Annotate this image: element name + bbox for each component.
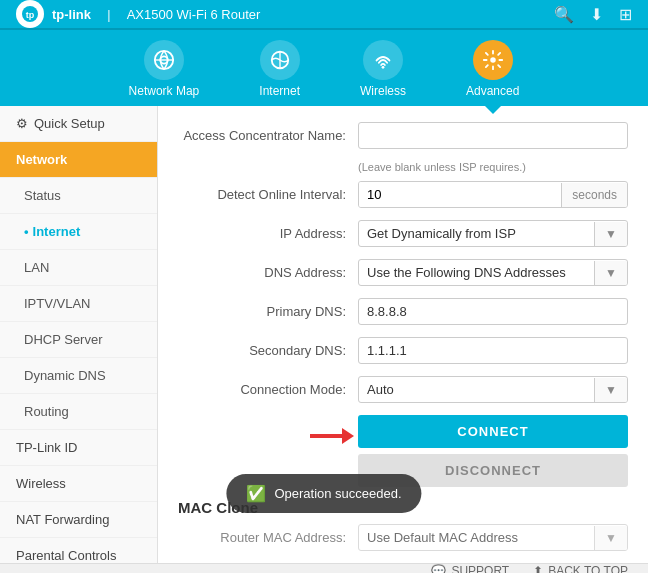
sidebar-item-lan[interactable]: LAN <box>0 250 157 286</box>
detect-interval-wrap: seconds <box>358 181 628 208</box>
router-mac-control: Use Default MAC Address ▼ <box>358 524 628 551</box>
internet-icon <box>260 40 300 80</box>
sidebar-item-routing[interactable]: Routing <box>0 394 157 430</box>
back-to-top-link[interactable]: ⬆ BACK TO TOP <box>533 564 628 573</box>
sidebar-item-tp-link-id[interactable]: TP-Link ID <box>0 430 157 466</box>
sidebar-item-internet[interactable]: •Internet <box>0 214 157 250</box>
primary-dns-control <box>358 298 628 325</box>
dns-address-value: Use the Following DNS Addresses <box>359 260 594 285</box>
connection-mode-row: Connection Mode: Auto ▼ <box>178 376 628 403</box>
sidebar-item-quick-setup[interactable]: ⚙ Quick Setup <box>0 106 157 142</box>
gear-icon: ⚙ <box>16 116 28 131</box>
tp-link-logo: tp <box>16 0 44 28</box>
sidebar-item-dynamic-dns[interactable]: Dynamic DNS <box>0 358 157 394</box>
primary-dns-label: Primary DNS: <box>178 304 358 319</box>
back-to-top-label: BACK TO TOP <box>548 564 628 573</box>
detect-interval-control: seconds <box>358 181 628 208</box>
svg-text:tp: tp <box>26 10 35 20</box>
svg-point-7 <box>382 66 385 69</box>
svg-point-8 <box>490 57 496 63</box>
toast-message: Operation succeeded. <box>274 486 401 501</box>
secondary-dns-input[interactable] <box>358 337 628 364</box>
sidebar-item-network[interactable]: Network <box>0 142 157 178</box>
secondary-dns-control <box>358 337 628 364</box>
sidebar-item-nat-forwarding[interactable]: NAT Forwarding <box>0 502 157 538</box>
connection-mode-label: Connection Mode: <box>178 382 358 397</box>
toast-notification: ✅ Operation succeeded. <box>226 474 421 513</box>
connection-mode-control: Auto ▼ <box>358 376 628 403</box>
detect-interval-label: Detect Online Interval: <box>178 187 358 202</box>
footer: 💬 SUPPORT ⬆ BACK TO TOP <box>0 563 648 573</box>
connection-mode-arrow[interactable]: ▼ <box>594 378 627 402</box>
tab-wireless-label: Wireless <box>360 84 406 98</box>
support-label: SUPPORT <box>451 564 509 573</box>
nav-tabs: Network Map Internet Wireless Advanced <box>0 30 648 106</box>
ip-address-label: IP Address: <box>178 226 358 241</box>
advanced-icon <box>473 40 513 80</box>
router-mac-row: Router MAC Address: Use Default MAC Addr… <box>178 524 628 551</box>
svg-marker-10 <box>342 428 354 444</box>
connection-mode-value: Auto <box>359 377 594 402</box>
tab-network-map[interactable]: Network Map <box>99 30 230 106</box>
primary-dns-row: Primary DNS: <box>178 298 628 325</box>
dns-address-arrow[interactable]: ▼ <box>594 261 627 285</box>
header-icons: 🔍 ⬇ ⊞ <box>554 5 632 24</box>
router-mac-value: Use Default MAC Address <box>359 525 594 550</box>
sidebar-item-status[interactable]: Status <box>0 178 157 214</box>
detect-interval-input[interactable] <box>359 182 561 207</box>
tab-advanced-label: Advanced <box>466 84 519 98</box>
secondary-dns-label: Secondary DNS: <box>178 343 358 358</box>
router-mac-arrow[interactable]: ▼ <box>594 526 627 550</box>
product-name: AX1500 Wi-Fi 6 Router <box>127 7 261 22</box>
ip-address-value: Get Dynamically from ISP <box>359 221 594 246</box>
red-arrow-icon <box>310 425 354 447</box>
grid-icon[interactable]: ⊞ <box>619 5 632 24</box>
header-divider: | <box>107 7 111 22</box>
network-map-icon <box>144 40 184 80</box>
ip-address-row: IP Address: Get Dynamically from ISP ▼ <box>178 220 628 247</box>
support-link[interactable]: 💬 SUPPORT <box>431 564 509 573</box>
ip-address-control: Get Dynamically from ISP ▼ <box>358 220 628 247</box>
access-concentrator-input[interactable] <box>358 122 628 149</box>
header: tp tp-link | AX1500 Wi-Fi 6 Router 🔍 ⬇ ⊞ <box>0 0 648 30</box>
access-concentrator-hint: (Leave blank unless ISP requires.) <box>358 161 628 173</box>
access-concentrator-control <box>358 122 628 149</box>
tab-internet-label: Internet <box>259 84 300 98</box>
router-mac-label: Router MAC Address: <box>178 530 358 545</box>
connect-button[interactable]: CONNECT <box>358 415 628 448</box>
support-icon: 💬 <box>431 564 446 573</box>
brand-name: tp-link <box>52 7 91 22</box>
detect-interval-row: Detect Online Interval: seconds <box>178 181 628 208</box>
wireless-icon <box>363 40 403 80</box>
secondary-dns-row: Secondary DNS: <box>178 337 628 364</box>
tab-internet[interactable]: Internet <box>229 30 330 106</box>
sidebar: ⚙ Quick Setup Network Status •Internet L… <box>0 106 158 563</box>
search-icon[interactable]: 🔍 <box>554 5 574 24</box>
dot-icon: • <box>24 224 29 239</box>
sidebar-item-wireless[interactable]: Wireless <box>0 466 157 502</box>
logo-area: tp tp-link | AX1500 Wi-Fi 6 Router <box>16 0 260 28</box>
download-icon[interactable]: ⬇ <box>590 5 603 24</box>
access-concentrator-row: Access Concentrator Name: <box>178 122 628 149</box>
dns-address-select[interactable]: Use the Following DNS Addresses ▼ <box>358 259 628 286</box>
dns-address-control: Use the Following DNS Addresses ▼ <box>358 259 628 286</box>
red-arrow-container <box>310 425 354 447</box>
dns-address-row: DNS Address: Use the Following DNS Addre… <box>178 259 628 286</box>
sidebar-item-parental-controls[interactable]: Parental Controls <box>0 538 157 563</box>
tab-advanced[interactable]: Advanced <box>436 30 549 106</box>
router-mac-select[interactable]: Use Default MAC Address ▼ <box>358 524 628 551</box>
sidebar-item-dhcp-server[interactable]: DHCP Server <box>0 322 157 358</box>
primary-dns-input[interactable] <box>358 298 628 325</box>
ip-address-arrow[interactable]: ▼ <box>594 222 627 246</box>
sidebar-item-iptv-vlan[interactable]: IPTV/VLAN <box>0 286 157 322</box>
back-to-top-icon: ⬆ <box>533 564 543 573</box>
tab-network-map-label: Network Map <box>129 84 200 98</box>
tab-wireless[interactable]: Wireless <box>330 30 436 106</box>
toast-check-icon: ✅ <box>246 484 266 503</box>
access-concentrator-label: Access Concentrator Name: <box>178 128 358 143</box>
connection-mode-select[interactable]: Auto ▼ <box>358 376 628 403</box>
dns-address-label: DNS Address: <box>178 265 358 280</box>
ip-address-select[interactable]: Get Dynamically from ISP ▼ <box>358 220 628 247</box>
seconds-unit: seconds <box>561 183 627 207</box>
